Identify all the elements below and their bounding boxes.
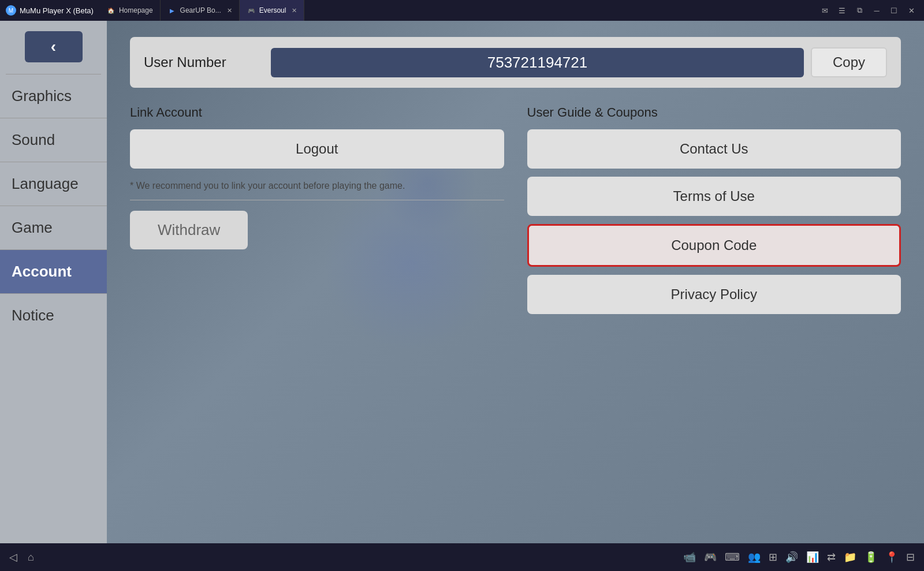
- sidebar-item-account[interactable]: Account: [0, 250, 107, 294]
- eversoul-icon: 🎮: [247, 6, 256, 15]
- app-name: MuMu Player X (Beta): [20, 6, 94, 15]
- close-btn[interactable]: ✕: [903, 4, 919, 17]
- bottom-toolbar: ◁ ⌂ 📹 🎮 ⌨ 👥 ⊞ 🔊 📊 ⇄ 📁 🔋 📍 ⊟: [0, 543, 924, 571]
- content-area: User Number 753721194721 Copy Link Accou…: [107, 21, 924, 543]
- screenshot-icon[interactable]: ⊞: [769, 551, 777, 563]
- user-guide-title: User Guide & Coupons: [527, 105, 901, 120]
- battery-icon[interactable]: 🔋: [865, 551, 877, 563]
- copy-button[interactable]: Copy: [811, 47, 887, 77]
- camera-icon[interactable]: 📹: [683, 551, 696, 563]
- mail-btn[interactable]: ✉: [817, 4, 833, 17]
- folder-icon[interactable]: 📁: [844, 551, 856, 563]
- sidebar-item-game[interactable]: Game: [0, 206, 107, 250]
- sidebar: ‹ Graphics Sound Language Game Account N…: [0, 21, 107, 543]
- left-column: Link Account Logout * We recommend you t…: [130, 105, 504, 322]
- keyboard-icon[interactable]: ⌨: [725, 551, 740, 563]
- tab-gearup-label: GearUP Bo...: [180, 6, 221, 14]
- app-logo: M MuMu Player X (Beta): [0, 5, 99, 16]
- tab-eversoul-close[interactable]: ✕: [292, 7, 297, 14]
- divider-line: [130, 200, 504, 200]
- main-container: ‹ Graphics Sound Language Game Account N…: [0, 21, 924, 543]
- titlebar: M MuMu Player X (Beta) 🏠 Homepage ▶ Gear…: [0, 0, 924, 21]
- homepage-icon: 🏠: [106, 6, 116, 15]
- withdraw-button[interactable]: Withdraw: [130, 211, 248, 249]
- terms-of-use-button[interactable]: Terms of Use: [527, 177, 901, 216]
- tab-gearup[interactable]: ▶ GearUP Bo... ✕: [161, 0, 240, 21]
- gamepad-icon[interactable]: 🎮: [704, 551, 717, 563]
- sidebar-item-graphics[interactable]: Graphics: [0, 74, 107, 118]
- minimize-btn[interactable]: ─: [869, 4, 885, 17]
- user-number-label: User Number: [144, 54, 271, 70]
- right-column: User Guide & Coupons Contact Us Terms of…: [527, 105, 901, 322]
- sidebar-btn[interactable]: ⧉: [851, 4, 867, 17]
- note-text: * We recommend you to link your account …: [130, 179, 504, 193]
- bottom-right-controls: 📹 🎮 ⌨ 👥 ⊞ 🔊 📊 ⇄ 📁 🔋 📍 ⊟: [683, 551, 915, 563]
- tab-gearup-close[interactable]: ✕: [227, 7, 232, 14]
- sidebar-item-notice[interactable]: Notice: [0, 294, 107, 337]
- players-icon[interactable]: 👥: [748, 551, 761, 563]
- volume-icon[interactable]: 🔊: [785, 551, 798, 563]
- rotate-icon[interactable]: ⇄: [827, 551, 836, 563]
- logout-button[interactable]: Logout: [130, 129, 504, 169]
- restore-btn[interactable]: ☐: [886, 4, 902, 17]
- location-icon[interactable]: 📍: [885, 551, 898, 563]
- window-controls: ✉ ☰ ⧉ ─ ☐ ✕: [812, 4, 924, 17]
- user-number-value: 753721194721: [271, 48, 804, 77]
- contact-us-button[interactable]: Contact Us: [527, 129, 901, 169]
- two-column-layout: Link Account Logout * We recommend you t…: [130, 105, 901, 322]
- link-account-title: Link Account: [130, 105, 504, 120]
- tabs-bar: 🏠 Homepage ▶ GearUP Bo... ✕ 🎮 Eversoul ✕: [99, 0, 812, 21]
- coupon-code-button[interactable]: Coupon Code: [527, 224, 901, 267]
- home-nav-icon[interactable]: ⌂: [28, 551, 34, 563]
- tab-eversoul[interactable]: 🎮 Eversoul ✕: [240, 0, 305, 21]
- back-button[interactable]: ‹: [25, 31, 83, 62]
- tab-homepage[interactable]: 🏠 Homepage: [99, 0, 161, 21]
- privacy-policy-button[interactable]: Privacy Policy: [527, 275, 901, 314]
- tab-eversoul-label: Eversoul: [259, 6, 286, 14]
- back-icon: ‹: [51, 38, 56, 56]
- user-number-bar: User Number 753721194721 Copy: [130, 37, 901, 88]
- bottom-left-controls: ◁ ⌂: [9, 551, 34, 563]
- gearup-icon: ▶: [167, 6, 177, 15]
- stats-icon[interactable]: 📊: [806, 551, 819, 563]
- tab-homepage-label: Homepage: [119, 6, 153, 14]
- menu-btn[interactable]: ☰: [834, 4, 850, 17]
- sidebar-item-sound[interactable]: Sound: [0, 118, 107, 162]
- app-icon: M: [6, 5, 16, 16]
- sidebar-item-language[interactable]: Language: [0, 162, 107, 206]
- back-nav-icon[interactable]: ◁: [9, 551, 17, 563]
- more-icon[interactable]: ⊟: [906, 551, 915, 563]
